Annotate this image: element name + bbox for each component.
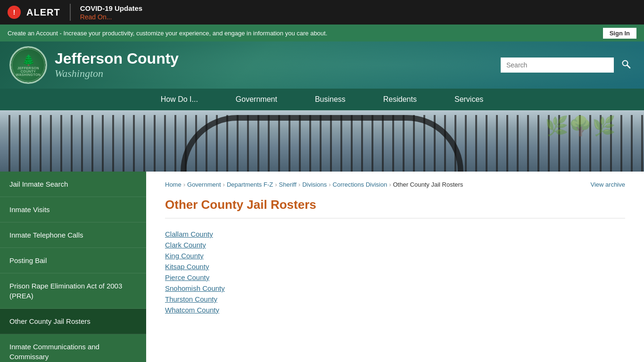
- breadcrumb-home[interactable]: Home: [165, 181, 182, 188]
- sidebar-item-inmate-telephone-calls[interactable]: Inmate Telephone Calls: [0, 222, 146, 248]
- breadcrumb-path: Home › Government › Departments F-Z › Sh…: [165, 181, 463, 188]
- logo-area: 🌲 JEFFERSONCOUNTYWASHINGTON Jefferson Co…: [9, 46, 179, 84]
- county-link-clallam[interactable]: Clallam County: [165, 230, 625, 238]
- breadcrumb-sep-2: ›: [223, 181, 225, 188]
- sign-in-button[interactable]: Sign In: [603, 28, 636, 39]
- nav-item-government[interactable]: Government: [217, 89, 296, 110]
- breadcrumb-current: Other County Jail Rosters: [393, 181, 463, 188]
- site-name: Jefferson County: [55, 50, 179, 67]
- hero-image: 🌿🌳🌿: [0, 110, 644, 172]
- logo-inner: 🌲 JEFFERSONCOUNTYWASHINGTON: [11, 48, 46, 82]
- breadcrumb-departments-fz[interactable]: Departments F-Z: [227, 181, 273, 188]
- alert-label: ALERT: [26, 7, 60, 18]
- sidebar-item-jail-inmate-search[interactable]: Jail Inmate Search: [0, 172, 146, 197]
- sidebar-item-inmate-communications[interactable]: Inmate Communications and Commissary: [0, 334, 146, 362]
- sidebar-item-other-county-jail-rosters[interactable]: Other County Jail Rosters: [0, 309, 146, 334]
- site-title: Jefferson County Washington: [55, 50, 179, 79]
- main-content: Home › Government › Departments F-Z › Sh…: [146, 172, 644, 362]
- nav-item-residents[interactable]: Residents: [364, 89, 436, 110]
- breadcrumb-corrections-division[interactable]: Corrections Division: [333, 181, 388, 188]
- account-bar: Create an Account - Increase your produc…: [0, 25, 644, 41]
- sidebar-item-inmate-visits[interactable]: Inmate Visits: [0, 197, 146, 222]
- hero-trees-decoration: 🌿🌳🌿: [545, 115, 616, 137]
- breadcrumb-sep-5: ›: [329, 181, 330, 188]
- alert-content: COVID-19 Updates Read On...: [80, 4, 143, 21]
- alert-divider: [70, 4, 71, 21]
- breadcrumb-sep-3: ›: [275, 181, 277, 188]
- content-wrapper: Jail Inmate Search Inmate Visits Inmate …: [0, 172, 644, 362]
- sidebar-item-prea[interactable]: Prison Rape Elimination Act of 2003 (PRE…: [0, 273, 146, 309]
- alert-icon: !: [8, 6, 21, 19]
- breadcrumb-sep-6: ›: [389, 181, 391, 188]
- search-icon: [621, 59, 631, 69]
- county-link-king[interactable]: King County: [165, 252, 625, 260]
- county-link-clark[interactable]: Clark County: [165, 241, 625, 249]
- search-button[interactable]: [618, 56, 635, 75]
- search-input[interactable]: [501, 58, 614, 73]
- county-link-kitsap[interactable]: Kitsap County: [165, 263, 625, 271]
- sidebar-item-posting-bail[interactable]: Posting Bail: [0, 248, 146, 273]
- county-link-thurston[interactable]: Thurston County: [165, 295, 625, 303]
- breadcrumb-sep-1: ›: [183, 181, 185, 188]
- svg-line-1: [627, 65, 630, 68]
- main-nav: How Do I... Government Business Resident…: [0, 89, 644, 110]
- site-header: 🌲 JEFFERSONCOUNTYWASHINGTON Jefferson Co…: [0, 41, 644, 89]
- breadcrumb-government[interactable]: Government: [187, 181, 221, 188]
- county-link-whatcom[interactable]: Whatcom County: [165, 306, 625, 314]
- alert-read-on-link[interactable]: Read On...: [80, 13, 143, 21]
- hero-arch-decoration: [181, 115, 463, 172]
- county-link-snohomish[interactable]: Snohomish County: [165, 284, 625, 292]
- logo-circle: 🌲 JEFFERSONCOUNTYWASHINGTON: [9, 46, 47, 84]
- breadcrumb-divisions[interactable]: Divisions: [302, 181, 327, 188]
- sidebar: Jail Inmate Search Inmate Visits Inmate …: [0, 172, 146, 362]
- breadcrumb-sheriff[interactable]: Sheriff: [279, 181, 297, 188]
- nav-item-services[interactable]: Services: [436, 89, 502, 110]
- alert-bar: ! ALERT COVID-19 Updates Read On...: [0, 0, 644, 25]
- page-heading: Other County Jail Rosters: [165, 197, 625, 219]
- site-subtitle: Washington: [55, 67, 179, 80]
- county-link-pierce[interactable]: Pierce County: [165, 273, 625, 281]
- nav-item-how-do-i[interactable]: How Do I...: [142, 89, 217, 110]
- account-bar-text: Create an Account - Increase your produc…: [8, 30, 327, 37]
- alert-title: COVID-19 Updates: [80, 4, 143, 12]
- nav-item-business[interactable]: Business: [296, 89, 364, 110]
- view-archive-link[interactable]: View archive: [591, 181, 625, 188]
- search-area: [501, 56, 635, 75]
- county-links: Clallam County Clark County King County …: [165, 230, 625, 314]
- breadcrumb-sep-4: ›: [298, 181, 300, 188]
- breadcrumb: Home › Government › Departments F-Z › Sh…: [165, 181, 625, 188]
